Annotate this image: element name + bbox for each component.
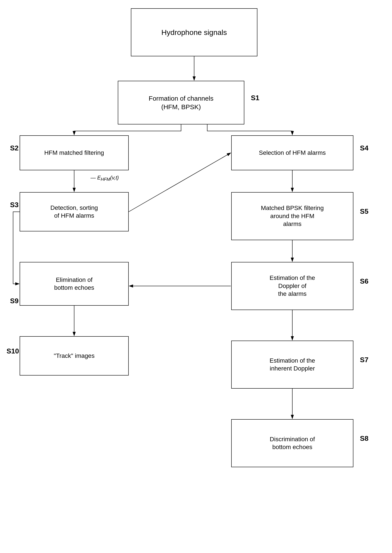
hfm-filter-box: HFM matched filtering bbox=[20, 135, 129, 170]
s2-label: S2 bbox=[10, 144, 19, 152]
flowchart: Hydrophone signals Formation of channels… bbox=[0, 0, 392, 553]
formation-box: Formation of channels(HFM, BPSK) bbox=[118, 81, 244, 124]
elimination-box: Elimination ofbottom echoes bbox=[20, 262, 129, 306]
s8-label: S8 bbox=[360, 434, 368, 443]
hydrophone-box: Hydrophone signals bbox=[131, 8, 257, 56]
bpsk-filter-box: Matched BPSK filteringaround the HFMalar… bbox=[231, 192, 353, 240]
selection-hfm-box: Selection of HFM alarms bbox=[231, 135, 353, 170]
s3-label: S3 bbox=[10, 201, 19, 209]
s10-label: S10 bbox=[7, 347, 19, 355]
estimation-inherent-box: Estimation of theinherent Doppler bbox=[231, 341, 353, 389]
s6-label: S6 bbox=[360, 277, 368, 285]
s1-label: S1 bbox=[251, 94, 259, 102]
s4-label: S4 bbox=[360, 144, 368, 152]
svg-line-3 bbox=[129, 153, 231, 212]
s5-label: S5 bbox=[360, 207, 368, 215]
estimation-doppler-box: Estimation of theDoppler ofthe alarms bbox=[231, 262, 353, 310]
ehfm-label: — EHFM(v,t) bbox=[91, 175, 119, 182]
track-box: "Track" images bbox=[20, 336, 129, 375]
s9-label: S9 bbox=[10, 297, 19, 305]
discrimination-box: Discrimination ofbottom echoes bbox=[231, 419, 353, 467]
detection-box: Detection, sortingof HFM alarms bbox=[20, 192, 129, 231]
s7-label: S7 bbox=[360, 356, 368, 364]
